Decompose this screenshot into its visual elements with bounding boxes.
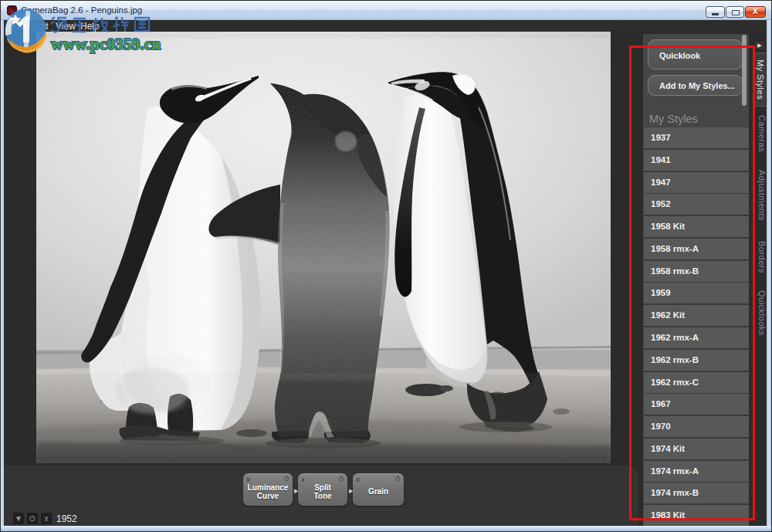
svg-text:www.pc0359.cn: www.pc0359.cn <box>51 35 161 53</box>
